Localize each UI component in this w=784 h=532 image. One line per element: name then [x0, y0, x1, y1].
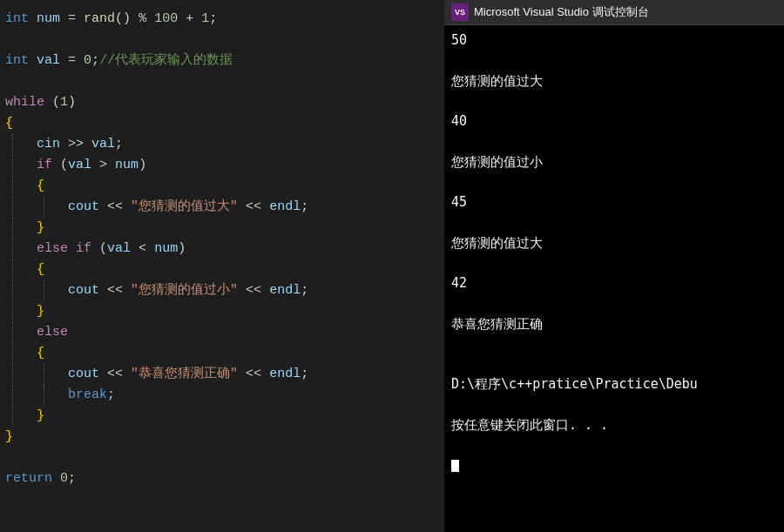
code-line — [0, 30, 444, 51]
code-line: { — [0, 259, 444, 280]
console-line: 40 — [451, 111, 777, 131]
console-titlebar: VS Microsoft Visual Studio 调试控制台 — [444, 0, 784, 25]
console-output: 50 您猜测的值过大 40 您猜测的值过小 45 您猜测的值过大 42 恭喜您猜… — [444, 25, 784, 532]
console-line: D:\程序\c++pratice\Practice\Debu — [451, 374, 777, 394]
console-line: 按任意键关闭此窗口. . . — [451, 415, 777, 435]
line-content: return 0; — [0, 468, 444, 489]
code-line: } — [0, 301, 444, 322]
code-line: break; — [0, 385, 444, 406]
line-content: int val = 0;//代表玩家输入的数据 — [0, 51, 444, 71]
code-line: else if (val < num) — [0, 239, 444, 259]
code-line: else — [0, 322, 444, 343]
code-line: cout << "您猜测的值过小" << endl; — [0, 280, 444, 301]
line-content: { — [0, 113, 444, 134]
code-line — [0, 448, 444, 468]
code-line: { — [0, 113, 444, 134]
line-content: while (1) — [0, 92, 444, 113]
code-line: { — [0, 176, 444, 197]
vs-icon: VS — [451, 3, 469, 21]
console-line: 您猜测的值过小 — [451, 152, 777, 172]
line-content: { — [0, 176, 444, 197]
console-line: 45 — [451, 192, 777, 212]
line-content: break; — [0, 385, 444, 406]
line-content: { — [0, 259, 444, 280]
cursor — [451, 460, 459, 472]
console-line: 您猜测的值过大 — [451, 233, 777, 253]
code-line: cout << "您猜测的值过大" << endl; — [0, 197, 444, 218]
line-content: else — [0, 322, 444, 343]
console-line: 50 — [451, 30, 777, 51]
console-title: Microsoft Visual Studio 调试控制台 — [474, 4, 649, 20]
line-content: cout << "您猜测的值过小" << endl; — [0, 280, 444, 301]
code-line: cin >> val; — [0, 134, 444, 155]
code-line: } — [0, 406, 444, 427]
line-content: else if (val < num) — [0, 239, 444, 259]
console-line: 42 — [451, 273, 777, 293]
code-line: } — [0, 427, 444, 448]
line-content: { — [0, 343, 444, 364]
code-line: int num = rand() % 100 + 1; — [0, 9, 444, 30]
code-line — [0, 71, 444, 92]
line-content: if (val > num) — [0, 155, 444, 176]
line-content: cin >> val; — [0, 134, 444, 155]
line-content: } — [0, 427, 444, 448]
console-line: 您猜测的值过大 — [451, 71, 777, 91]
line-content: cout << "恭喜您猜测正确" << endl; — [0, 364, 444, 385]
code-line: } — [0, 218, 444, 239]
code-line: cout << "恭喜您猜测正确" << endl; — [0, 364, 444, 385]
line-content: } — [0, 301, 444, 322]
code-line: while (1) — [0, 92, 444, 113]
line-content: int num = rand() % 100 + 1; — [0, 9, 444, 30]
code-line: return 0; — [0, 468, 444, 489]
code-line: { — [0, 343, 444, 364]
line-content: } — [0, 406, 444, 427]
console-window: VS Microsoft Visual Studio 调试控制台 50 您猜测的… — [444, 0, 784, 532]
console-line: 恭喜您猜测正确 — [451, 314, 777, 334]
line-content: } — [0, 218, 444, 239]
line-content: cout << "您猜测的值过大" << endl; — [0, 197, 444, 218]
code-line: if (val > num) — [0, 155, 444, 176]
code-line: int val = 0;//代表玩家输入的数据 — [0, 51, 444, 71]
code-editor: int num = rand() % 100 + 1;int val = 0;/… — [0, 0, 444, 532]
